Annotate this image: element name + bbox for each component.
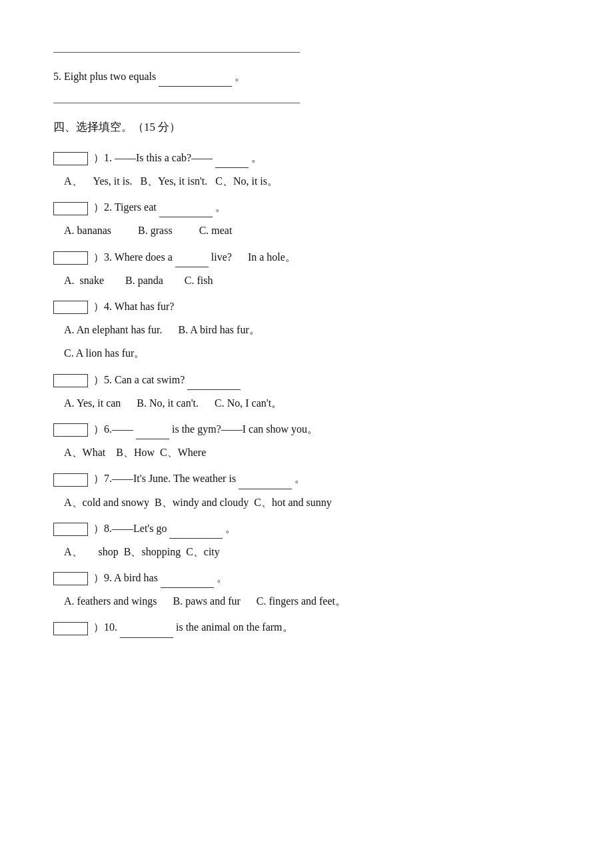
q5-text: 5. Eight plus two equals xyxy=(53,71,156,82)
q1-text: ——Is this a cab?—— xyxy=(115,152,213,163)
q7-opt-a: A、cold and snowy B、windy and cloudy C、ho… xyxy=(64,497,332,508)
q6-blank[interactable] xyxy=(136,439,169,439)
q4-opt-c: C. A lion has fur。 xyxy=(64,347,145,359)
q9-opt-a: A. feathers and wings B. paws and fur C.… xyxy=(64,595,346,607)
q7-suffix: 。 xyxy=(295,473,305,484)
q1-options: A、 Yes, it is. B、Yes, it isn't. C、No, it… xyxy=(64,169,560,193)
question-1: ）1. ——Is this a cab?—— 。 xyxy=(53,146,560,169)
q1-suffix: 。 xyxy=(251,152,262,163)
question-10: ）10. is the animal on the farm。 xyxy=(53,615,560,639)
q2-opt-a: A. bananas B. grass C. meat xyxy=(64,225,232,236)
q1-number: ）1. xyxy=(93,152,112,163)
q4-number: ）4. What has fur? xyxy=(93,301,174,312)
q10-blank[interactable] xyxy=(120,637,173,638)
q10-text: is the animal on the farm。 xyxy=(176,621,293,633)
q3-options: A. snake B. panda C. fish xyxy=(64,269,560,292)
q5-bracket[interactable] xyxy=(53,374,88,387)
q7-number: ）7.——It's June. The weather is xyxy=(93,473,239,484)
question-5-fill: 5. Eight plus two equals 。 xyxy=(53,65,560,88)
q2-suffix: 。 xyxy=(215,201,226,213)
q10-number: ）10. xyxy=(93,621,120,633)
q8-bracket[interactable] xyxy=(53,523,88,536)
q10-bracket[interactable] xyxy=(53,622,88,635)
q9-suffix: 。 xyxy=(217,572,227,583)
middle-divider xyxy=(53,103,300,103)
q3-blank[interactable] xyxy=(175,267,209,267)
question-5-mc: ）5. Can a cat swim? xyxy=(53,368,560,391)
q8-number: ）8.——Let's go xyxy=(93,523,169,534)
q8-options: A、 shop B、shopping C、city xyxy=(64,540,560,563)
q3-number: ）3. Where does a xyxy=(93,251,175,263)
q2-number: ）2. xyxy=(93,201,112,213)
question-6: ）6.—— is the gym?——I can show you。 xyxy=(53,417,560,441)
q1-opt-a: A、 Yes, it is. B、Yes, it isn't. C、No, it… xyxy=(64,175,278,187)
question-7: ）7.——It's June. The weather is 。 xyxy=(53,467,560,490)
q5-period: 。 xyxy=(235,71,245,82)
q6-options: A、What B、How C、Where xyxy=(64,441,560,464)
q7-options: A、cold and snowy B、windy and cloudy C、ho… xyxy=(64,491,560,514)
question-3: ）3. Where does a live? In a hole。 xyxy=(53,245,560,269)
q6-number: ）6.—— xyxy=(93,423,133,435)
q4-options-c: C. A lion has fur。 xyxy=(64,341,560,365)
q5-mc-blank[interactable] xyxy=(187,389,241,390)
section4-header: 四、选择填空。（15 分） xyxy=(53,115,560,139)
q3-opt-a: A. snake B. panda C. fish xyxy=(64,275,213,286)
question-2: ）2. Tigers eat 。 xyxy=(53,195,560,219)
q5-mc-number: ）5. Can a cat swim? xyxy=(93,374,187,385)
q2-blank[interactable] xyxy=(159,217,213,217)
q8-suffix: 。 xyxy=(225,523,236,534)
q4-opt-a: A. An elephant has fur. B. A bird has fu… xyxy=(64,324,260,335)
q9-bracket[interactable] xyxy=(53,572,88,585)
q1-bracket[interactable] xyxy=(53,152,88,165)
q7-bracket[interactable] xyxy=(53,473,88,487)
q4-bracket[interactable] xyxy=(53,301,88,314)
q1-blank[interactable] xyxy=(215,167,249,168)
q7-blank[interactable] xyxy=(239,489,292,489)
q9-number: ）9. A bird has xyxy=(93,572,161,583)
q2-options: A. bananas B. grass C. meat xyxy=(64,219,560,242)
q5-mc-options: A. Yes, it can B. No, it can't. C. No, I… xyxy=(64,391,560,415)
q9-options: A. feathers and wings B. paws and fur C.… xyxy=(64,589,560,613)
q6-opt-a: A、What B、How C、Where xyxy=(64,447,206,458)
q3-text: live? In a hole。 xyxy=(211,251,296,263)
q6-bracket[interactable] xyxy=(53,423,88,437)
question-4: ）4. What has fur? xyxy=(53,295,560,318)
q2-text: Tigers eat xyxy=(115,201,159,213)
q6-text: is the gym?——I can show you。 xyxy=(172,423,318,435)
q8-blank[interactable] xyxy=(169,538,223,539)
q5-blank[interactable] xyxy=(159,86,232,87)
q8-opt-a: A、 shop B、shopping C、city xyxy=(64,546,220,557)
q3-bracket[interactable] xyxy=(53,251,88,265)
q4-options: A. An elephant has fur. B. A bird has fu… xyxy=(64,318,560,341)
top-divider xyxy=(53,52,300,53)
q5-opt-a: A. Yes, it can B. No, it can't. C. No, I… xyxy=(64,397,282,409)
q9-blank[interactable] xyxy=(161,587,214,588)
question-9: ）9. A bird has 。 xyxy=(53,566,560,589)
q2-bracket[interactable] xyxy=(53,202,88,215)
question-8: ）8.——Let's go 。 xyxy=(53,517,560,540)
